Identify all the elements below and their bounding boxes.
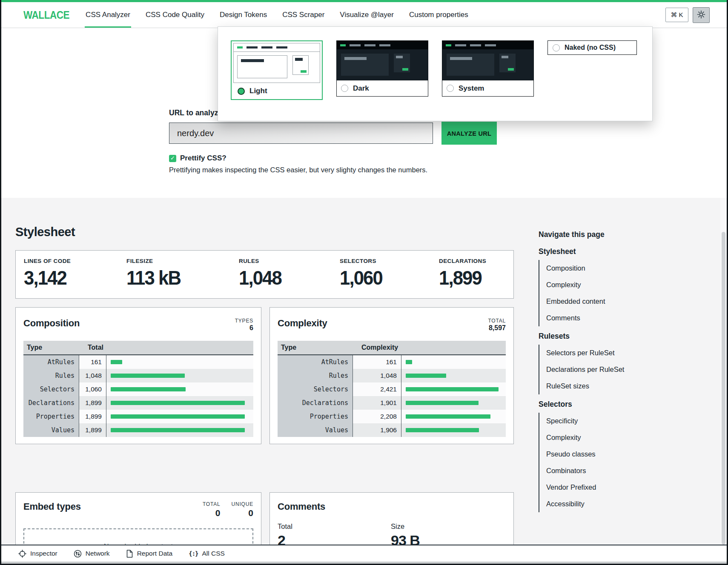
toc-section-rulesets: Rulesets: [539, 332, 679, 341]
toc-title: Navigate this page: [539, 230, 679, 239]
naked-radio[interactable]: [553, 44, 560, 51]
toc-item-declarations-per-ruleset[interactable]: Declarations per RuleSet: [546, 361, 679, 378]
toc-item-accessibility[interactable]: Accessibility: [546, 496, 679, 512]
bar: [111, 360, 122, 364]
table-row: AtRules 161: [278, 355, 506, 369]
table-row: Declarations 1,901: [278, 396, 506, 410]
metric-filesize: FILESIZE 113 kB: [126, 258, 239, 298]
metric-rules: RULES 1,048: [239, 258, 340, 298]
complexity-table: Type Complexity AtRules 161 Rules 1,048: [278, 341, 506, 437]
report-section: Stylesheet LINES OF CODE 3,142 FILESIZE …: [1, 198, 727, 564]
bar: [111, 401, 245, 405]
toc-item-pseudo-classes[interactable]: Pseudo classes: [546, 446, 679, 462]
embed-types-meta: TOTAL 0 UNIQUE 0: [203, 501, 253, 518]
theme-toggle-button[interactable]: [693, 7, 710, 23]
statusbar-report-data[interactable]: Report Data: [126, 550, 173, 558]
page-title: Stylesheet: [15, 225, 75, 239]
table-row: Declarations 1,899: [23, 396, 253, 410]
toc-item-ruleset-sizes[interactable]: RuleSet sizes: [546, 378, 679, 394]
composition-table: Type Total AtRules 161 Rules 1,048: [23, 341, 253, 437]
composition-card: Composition TYPES 6 Type Total AtRules 1…: [15, 307, 261, 444]
shortcut-label: ⌘ K: [671, 11, 683, 19]
bar: [111, 387, 186, 391]
theme-option-system[interactable]: System: [442, 40, 534, 97]
statusbar-network[interactable]: Network: [74, 550, 110, 558]
scrollbar-thumb[interactable]: [722, 232, 725, 545]
complexity-meta: TOTAL 8,597: [488, 318, 506, 332]
bar: [406, 387, 499, 391]
light-theme-preview: [233, 43, 320, 83]
metric-selectors: SELECTORS 1,060: [340, 258, 439, 298]
system-radio[interactable]: [447, 85, 454, 92]
table-row: AtRules 161: [23, 355, 253, 369]
theme-option-naked[interactable]: Naked (no CSS): [547, 40, 637, 55]
dark-theme-preview: [337, 41, 428, 80]
header-actions: ⌘ K: [665, 7, 710, 23]
composition-title: Composition: [23, 318, 80, 329]
light-label: Light: [249, 87, 267, 95]
statusbar-inspector[interactable]: Inspector: [18, 550, 57, 558]
tables-row: Composition TYPES 6 Type Total AtRules 1…: [15, 307, 514, 444]
document-icon: [126, 550, 133, 558]
bar: [406, 414, 490, 419]
analyze-url-button[interactable]: ANALYZE URL: [441, 122, 497, 145]
curly-braces-icon: {:}: [189, 550, 198, 557]
complexity-card: Complexity TOTAL 8,597 Type Complexity A…: [269, 307, 514, 444]
prettify-row: Prettify CSS?: [169, 154, 226, 163]
table-row: Values 1,899: [23, 423, 253, 437]
light-radio[interactable]: [238, 88, 245, 95]
theme-option-dark[interactable]: Dark: [336, 40, 428, 97]
nav-design-tokens[interactable]: Design Tokens: [220, 2, 267, 28]
page-toc: Navigate this page Stylesheet Compositio…: [539, 230, 679, 512]
toc-section-stylesheet: Stylesheet: [539, 247, 679, 256]
url-input[interactable]: [169, 123, 433, 144]
metric-lines-of-code: LINES OF CODE 3,142: [24, 258, 126, 298]
dark-radio[interactable]: [341, 85, 348, 92]
nav-css-scraper[interactable]: CSS Scraper: [282, 2, 324, 28]
table-row: Properties 1,899: [23, 410, 253, 423]
nav-visualize-layer[interactable]: Visualize @layer: [340, 2, 394, 28]
system-label: System: [459, 84, 484, 93]
bar: [111, 428, 245, 432]
bar: [406, 374, 446, 378]
toc-item-specificity[interactable]: Specificity: [546, 413, 679, 429]
dark-label: Dark: [353, 84, 369, 93]
toc-section-selectors: Selectors: [539, 400, 679, 409]
table-row: Rules 1,048: [278, 369, 506, 382]
theme-menu: Light Dark System Nak: [218, 26, 653, 121]
comments-title: Comments: [278, 501, 504, 512]
main-nav: CSS Analyzer CSS Code Quality Design Tok…: [86, 2, 468, 28]
table-row: Selectors 1,060: [23, 382, 253, 396]
toc-item-combinators[interactable]: Combinators: [546, 462, 679, 479]
table-row: Properties 2,208: [278, 410, 506, 423]
sun-icon: [697, 10, 705, 20]
url-label: URL to analyze: [169, 108, 222, 117]
theme-option-light[interactable]: Light: [231, 40, 323, 100]
toc-item-complexity[interactable]: Complexity: [546, 277, 679, 293]
header: WALLACE CSS Analyzer CSS Code Quality De…: [1, 2, 727, 28]
nav-css-code-quality[interactable]: CSS Code Quality: [146, 2, 204, 28]
prettify-checkbox[interactable]: [169, 155, 176, 162]
prettify-label: Prettify CSS?: [180, 154, 226, 163]
nav-custom-properties[interactable]: Custom properties: [409, 2, 468, 28]
toc-item-embedded-content[interactable]: Embedded content: [546, 293, 679, 310]
naked-label: Naked (no CSS): [565, 44, 616, 51]
status-bar: Inspector Network Report Data {:} All CS…: [1, 545, 727, 562]
nav-css-analyzer[interactable]: CSS Analyzer: [86, 2, 130, 28]
toc-item-vendor-prefixed[interactable]: Vendor Prefixed: [546, 479, 679, 496]
statusbar-all-css[interactable]: {:} All CSS: [189, 550, 225, 557]
toc-item-comments[interactable]: Comments: [546, 310, 679, 326]
toc-item-selectors-per-ruleset[interactable]: Selectors per RuleSet: [546, 345, 679, 361]
bar: [111, 374, 185, 378]
toc-item-selector-complexity[interactable]: Complexity: [546, 429, 679, 446]
composition-meta: TYPES 6: [235, 318, 253, 332]
system-theme-preview: [442, 41, 533, 80]
table-row: Rules 1,048: [23, 369, 253, 382]
wallace-logo[interactable]: WALLACE: [23, 9, 69, 21]
table-row: Values 1,906: [278, 423, 506, 437]
command-palette-button[interactable]: ⌘ K: [665, 8, 688, 22]
table-row: Selectors 2,421: [278, 382, 506, 396]
stylesheet-metrics-panel: LINES OF CODE 3,142 FILESIZE 113 kB RULE…: [15, 250, 514, 299]
crosshair-icon: [18, 550, 26, 558]
toc-item-composition[interactable]: Composition: [546, 260, 679, 277]
